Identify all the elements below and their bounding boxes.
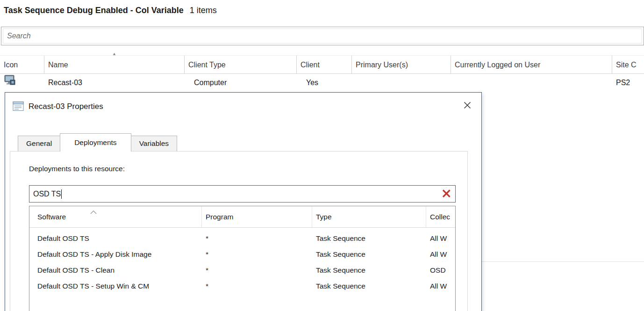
column-header-client-type[interactable]: Client Type [185,56,297,73]
deployment-type-cell: Task Sequence [312,278,426,294]
column-header-primary-users-label: Primary User(s) [356,61,408,69]
dialog-tab-strip: General Deployments Variables [18,133,177,151]
list-panel-divider [482,261,644,262]
device-client-type-cell: Computer [185,74,297,92]
configmgr-window: Task Sequence Debug Enabled - Col Variab… [0,0,644,311]
properties-icon [13,101,25,112]
properties-dialog: Recast-03 Properties General Deployments… [5,92,482,311]
clear-filter-button[interactable] [441,189,451,199]
deployment-software-cell: Default OSD TS - Setup Win & CM [29,278,202,294]
column-header-client[interactable]: Client [297,56,352,73]
device-icon-cell [0,74,44,92]
deployment-type-cell: Task Sequence [312,262,426,278]
tab-content-pane: Deployments to this resource: OSD TS [10,151,468,311]
device-list-header: Icon ▲ Name Client Type Client Primary U… [0,55,644,74]
column-header-software[interactable]: Software [29,206,202,227]
deployment-collection-cell: All W [426,246,455,262]
column-header-client-label: Client [301,61,320,69]
deployment-row[interactable]: Default OSD TS - Setup Win & CM * Task S… [29,278,455,294]
deployment-collection-cell: All W [426,278,455,294]
list-title-text: Task Sequence Debug Enabled - Col Variab… [4,6,184,15]
sort-ascending-chevron-icon [90,208,97,216]
deployment-filter-text: OSD TS [33,190,61,198]
tab-variables[interactable]: Variables [131,136,177,151]
dialog-titlebar[interactable]: Recast-03 Properties [5,93,481,120]
deployment-row[interactable]: Default OSD TS * Task Sequence All W [29,231,455,246]
device-name-cell: Recast-03 [44,74,185,92]
tab-deployments-label: Deployments [74,138,116,147]
device-site-code-cell: PS2 [612,74,644,92]
column-header-program-label: Program [206,213,233,221]
sort-ascending-icon: ▲ [112,52,116,56]
deployment-program-cell: * [202,262,312,278]
item-count: 1 items [190,6,217,15]
column-header-primary-users[interactable]: Primary User(s) [352,56,451,73]
deployment-row[interactable]: Default OSD TS - Apply Disk Image * Task… [29,246,455,262]
close-button[interactable] [459,98,476,114]
page-title: Task Sequence Debug Enabled - Col Variab… [4,6,217,15]
close-icon [463,101,472,111]
deployment-type-cell: Task Sequence [312,231,426,246]
column-header-collection[interactable]: Collec [426,206,455,227]
dialog-title: Recast-03 Properties [29,102,103,111]
deployments-list: Software Program Type Collec Default OSD… [29,206,456,311]
deployment-program-cell: * [202,278,312,294]
deployment-type-cell: Task Sequence [312,246,426,262]
computer-icon [4,74,15,92]
deployments-label: Deployments to this resource: [29,165,125,173]
column-header-program[interactable]: Program [202,206,312,227]
deployment-software-cell: Default OSD TS - Clean [29,262,202,278]
column-header-name[interactable]: ▲ Name [44,56,185,73]
deployment-collection-cell: OSD [426,262,455,278]
deployment-software-cell: Default OSD TS - Apply Disk Image [29,246,202,262]
clear-filter-x-icon [442,188,451,200]
device-client-cell: Yes [297,74,352,92]
deployment-software-cell: Default OSD TS [29,231,202,246]
tab-variables-label: Variables [139,139,169,148]
text-caret [61,189,62,199]
column-header-site-code-label: Site C [616,61,637,69]
deployment-program-cell: * [202,231,312,246]
column-header-type-label: Type [316,213,332,221]
column-header-type[interactable]: Type [312,206,426,227]
column-header-logged-on-user[interactable]: Currently Logged on User [451,56,612,73]
tab-deployments[interactable]: Deployments [60,133,131,152]
column-header-logged-on-user-label: Currently Logged on User [455,61,540,69]
search-box [1,27,644,45]
search-input[interactable] [3,29,642,43]
column-header-icon-label: Icon [4,61,18,69]
column-header-software-label: Software [37,213,66,221]
deployment-filter-input[interactable]: OSD TS [29,185,456,203]
tab-general[interactable]: General [18,136,60,151]
deployments-rows: Default OSD TS * Task Sequence All W Def… [29,228,455,294]
column-header-site-code[interactable]: Site C [612,56,644,73]
column-header-collection-label: Collec [430,213,450,221]
deployment-row[interactable]: Default OSD TS - Clean * Task Sequence O… [29,262,455,278]
device-primary-users-cell [352,74,451,92]
column-header-icon[interactable]: Icon [0,56,44,73]
deployment-collection-cell: All W [426,231,455,246]
deployments-list-header: Software Program Type Collec [29,206,455,228]
search-box-inner [3,29,642,43]
device-logged-on-user-cell [451,74,612,92]
column-header-client-type-label: Client Type [188,61,226,69]
deployment-program-cell: * [202,246,312,262]
device-row[interactable]: Recast-03 Computer Yes PS2 [0,74,644,92]
column-header-name-label: Name [48,61,68,69]
tab-general-label: General [26,139,52,148]
